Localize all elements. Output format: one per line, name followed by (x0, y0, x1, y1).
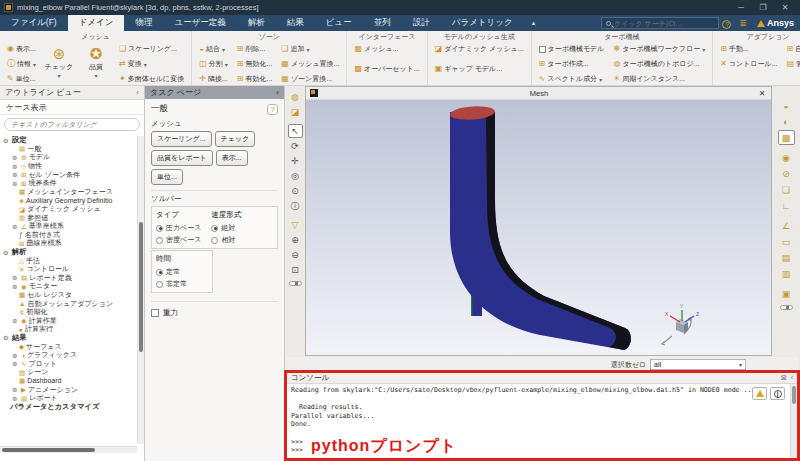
tree-filter-input[interactable] (11, 121, 133, 128)
tree-item-animations[interactable]: ⊕▶アニメーション (0, 385, 137, 394)
save-picture-button[interactable]: ▤ (778, 250, 795, 265)
tree-item-calculation-activities[interactable]: ⊕◉計算作業 (0, 316, 137, 325)
tree-expand-icon[interactable]: ⊕ (12, 283, 19, 290)
ruler-button[interactable]: ▭ (778, 234, 795, 249)
type-option[interactable]: 圧力ベース (156, 223, 201, 233)
activate-button[interactable]: ⊞有効化... (234, 72, 276, 86)
toolbar-slider[interactable] (289, 281, 302, 286)
tree-item-cell-zone-conditions[interactable]: ⊕⊞セル ゾーン条件 (0, 170, 137, 179)
tree-item-plots[interactable]: ⊕∿プロット (0, 359, 137, 368)
copy-screen-button[interactable]: ❏ (778, 182, 795, 197)
console-scrollbar[interactable] (790, 384, 797, 458)
shaded-view-button[interactable]: ◒ (778, 98, 795, 113)
turbo-workflow-button[interactable]: ❋ターボ機械ワークフロー▾ (610, 42, 708, 56)
console-detach-icon[interactable]: ⊠ (781, 374, 787, 382)
help-button[interactable]: ? (719, 15, 735, 31)
tree-vertical-scrollbar[interactable] (137, 136, 144, 444)
quality-button[interactable]: ✪品質▾ (79, 42, 113, 82)
console-collapse-icon[interactable]: ‹ (791, 374, 793, 382)
tree-expand-icon[interactable]: ⊕ (12, 223, 19, 230)
zoom-in-out-button[interactable]: ◎ (288, 169, 303, 183)
tree-item-initialization[interactable]: ↯初期化 (0, 308, 137, 317)
textured-view-button[interactable]: ▩ (778, 130, 795, 145)
toolbar-slider[interactable] (780, 305, 793, 310)
make-polyhedra-button[interactable]: ✦多面体セルに変換 (116, 72, 187, 86)
close-icon[interactable]: ✕ (757, 89, 767, 98)
minimize-button[interactable]: ─ (730, 3, 752, 12)
transform-button[interactable]: ⇄変換▾ (116, 57, 187, 71)
replace-mesh-button[interactable]: ▦メッシュ置換... (278, 57, 342, 71)
zoom-in-button[interactable]: ⊕ (288, 233, 303, 247)
zoom-box-button[interactable]: ⊙ (288, 184, 303, 198)
velocity-formulation-option[interactable]: 相対 (211, 235, 241, 245)
radio-unchecked-icon[interactable] (156, 237, 163, 244)
tree-item-results[interactable]: ⊖結果 (0, 334, 137, 343)
tree-item-setup[interactable]: ⊖設定 (0, 136, 137, 145)
tab-user-defined[interactable]: ユーザー定義 (163, 15, 236, 31)
tree-filter-box[interactable] (4, 118, 140, 131)
manual-adaption-button[interactable]: ⊞手動... (717, 42, 780, 56)
tab-results[interactable]: 結果 (276, 15, 315, 31)
notes-button[interactable]: ≣ (735, 15, 751, 31)
scrollbar-thumb[interactable] (792, 386, 796, 404)
mesh-report-quality-button[interactable]: 品質をレポート (151, 150, 213, 166)
mesh-units-button[interactable]: 単位... (151, 169, 183, 185)
gravity-row[interactable]: 重力 (151, 301, 278, 318)
tab-physics[interactable]: 物理 (124, 15, 163, 31)
tree-expand-icon[interactable]: ⊕ (12, 360, 19, 367)
radio-checked-icon[interactable] (211, 225, 218, 232)
adaption-controls-button[interactable]: ✕コントロール... (717, 57, 780, 71)
interfaces-mesh-button[interactable]: ▦メッシュ... (351, 42, 422, 56)
panel-collapse-icon[interactable]: ‹ (136, 88, 139, 97)
maximize-button[interactable]: ❐ (752, 3, 774, 12)
velocity-formulation-option[interactable]: 絶対 (211, 223, 241, 233)
tree-expand-icon[interactable]: ⊕ (12, 317, 19, 324)
tab-parallel[interactable]: 並列 (363, 15, 402, 31)
tree-item-dynamic-mesh[interactable]: ◪ダイナミック メッシュ (0, 205, 137, 214)
gap-model-button[interactable]: ▣ギャップ モデル... (432, 62, 527, 76)
view-eye-button[interactable]: ◉ (778, 150, 795, 165)
time-option[interactable]: 定常 (156, 267, 187, 277)
tree-item-solution[interactable]: ⊖解析 (0, 248, 137, 257)
interrupt-button[interactable]: ❙ (770, 387, 785, 400)
search-input[interactable] (614, 20, 714, 27)
spacer1-button[interactable] (351, 57, 422, 61)
pan-view-button[interactable]: ✛ (288, 154, 303, 168)
tab-parametric[interactable]: パラメトリック (441, 15, 524, 31)
tab-view[interactable]: ビュー (315, 15, 363, 31)
panel-collapse-icon[interactable]: ‹ (276, 88, 279, 97)
tab-design[interactable]: 設計 (402, 15, 441, 31)
tree-collapse-icon[interactable]: ⊖ (3, 137, 10, 144)
tree-item-named-expressions[interactable]: ƒ名前付き式 (0, 231, 137, 240)
mesh-display-button[interactable]: ◍ (288, 90, 303, 104)
radio-checked-icon[interactable] (156, 225, 163, 232)
tree-item-parameters-customization[interactable]: パラメータとカスタマイズ (0, 402, 137, 411)
tree-item-scene[interactable]: ▧シーン (0, 368, 137, 377)
scrollbar-thumb[interactable] (2, 448, 95, 452)
zoom-out-button[interactable]: ⊖ (288, 248, 303, 262)
axes-triad-button[interactable]: ∠ (778, 218, 795, 233)
new-window-button[interactable]: ▣ (778, 286, 795, 301)
fit-to-window-button[interactable]: ⊡ (288, 263, 303, 277)
append-button[interactable]: ❏追加▾ (278, 42, 342, 56)
tree-horizontal-scrollbar[interactable] (0, 446, 137, 453)
dynamic-mesh-button[interactable]: ◪ダイナミック メッシュ... (432, 42, 527, 56)
elbow-views-button[interactable]: ∟ (778, 198, 795, 213)
tree-expand-icon[interactable]: ⊕ (12, 386, 19, 393)
combine-button[interactable]: ◒結合▾ (196, 42, 231, 56)
time-option[interactable]: 非定常 (156, 279, 187, 289)
separate-button[interactable]: ◫分割▾ (196, 57, 231, 71)
rotate-view-button[interactable]: ⟳ (288, 139, 303, 153)
tab-domain[interactable]: ドメイン (68, 15, 125, 31)
radio-checked-icon[interactable] (156, 269, 163, 276)
turbo-model-checkbox[interactable] (539, 46, 546, 53)
tree-expand-icon[interactable]: ⊕ (12, 180, 19, 187)
help-icon[interactable]: ? (267, 104, 278, 115)
tree-item-graphics[interactable]: ⊕◑グラフィックス (0, 351, 137, 360)
tree-expand-icon[interactable]: ⊕ (12, 395, 19, 402)
mesh-display-button[interactable]: 表示... (216, 150, 248, 166)
tree-item-reference-values[interactable]: ▥参照値 (0, 213, 137, 222)
tree-item-report-definitions[interactable]: ⊕▤レポート定義 (0, 274, 137, 283)
view-manager-button[interactable]: ◪ (288, 105, 303, 119)
tree-collapse-icon[interactable]: ⊖ (3, 249, 10, 256)
